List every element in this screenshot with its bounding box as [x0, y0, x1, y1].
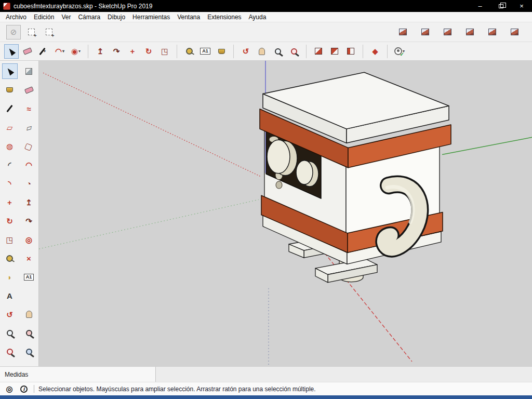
modeling-viewport[interactable] [39, 61, 532, 366]
select-tool[interactable] [2, 63, 18, 79]
send-to-layout-icon[interactable] [343, 44, 358, 59]
menu-extensiones[interactable]: Extensiones [204, 12, 245, 22]
menu-dibujo[interactable]: Dibujo [104, 12, 129, 22]
tape-measure-tool[interactable] [2, 250, 18, 266]
selection-subtract-icon[interactable] [42, 25, 56, 39]
axes-tool[interactable]: × [21, 250, 37, 266]
share-model-icon[interactable] [327, 44, 342, 59]
move-tool[interactable]: + [2, 194, 18, 210]
3d-text-tool[interactable]: A [2, 288, 18, 303]
geolocation-icon[interactable]: ◎ [4, 383, 15, 395]
eraser-tool[interactable] [21, 82, 37, 98]
zoom-extents-tool[interactable] [287, 44, 301, 59]
paint-bucket-tool[interactable] [2, 82, 18, 98]
back-view-icon [488, 29, 496, 35]
info-icon[interactable]: i [18, 383, 30, 395]
iso-view-icon[interactable] [395, 25, 410, 39]
selection-add-icon[interactable] [24, 25, 38, 39]
menu-herramientas[interactable]: Herramientas [129, 12, 174, 22]
previous-view-tool[interactable] [21, 344, 37, 360]
back-view-icon[interactable] [485, 25, 499, 39]
orbit-tool[interactable]: ↺ [238, 44, 253, 59]
paint-bucket-tool[interactable] [214, 44, 229, 59]
status-text: Seleccionar objetos. Mayúsculas para amp… [38, 385, 532, 393]
follow-me-tool[interactable]: ↷ [109, 44, 124, 59]
menu-ayuda[interactable]: Ayuda [245, 12, 270, 22]
line-tool[interactable]: ▾ [36, 44, 51, 59]
circle-tool[interactable]: ◍ [2, 138, 18, 154]
make-component-tool[interactable] [21, 63, 37, 79]
toolbar-separator [387, 45, 388, 58]
robot-model[interactable] [260, 72, 451, 282]
rotate-tool[interactable]: ↻ [141, 44, 156, 59]
zoom-window-tool[interactable] [21, 325, 37, 341]
measurements-box[interactable]: Medidas [0, 367, 156, 382]
two-point-arc-tool[interactable]: ◠ [21, 157, 37, 172]
close-button[interactable]: × [511, 0, 532, 12]
rectangle-tool[interactable]: ▱ [2, 119, 18, 135]
zoom-extents-tool[interactable] [2, 344, 18, 360]
workspace: ≈▱▱◍▢◜◠◝◔+↥↻↷◳◎×◗A1A↺ [0, 61, 532, 366]
extension-warehouse-icon[interactable]: ◆ [368, 44, 382, 59]
measurements-label: Medidas [5, 371, 28, 378]
small-eye-front[interactable] [296, 161, 313, 184]
offset-tool[interactable]: ◎ [21, 232, 37, 247]
status-icons: ◎i [4, 383, 30, 395]
rectangle-icon: ▱ [7, 124, 13, 131]
rotate-tool[interactable]: ↻ [2, 213, 18, 229]
menu-edicion[interactable]: Edición [30, 12, 58, 22]
menu-archivo[interactable]: Archivo [2, 12, 30, 22]
left-view-icon[interactable] [507, 25, 522, 39]
menu-camara[interactable]: Cámara [74, 12, 104, 22]
toolbar-separator [233, 45, 234, 58]
eraser-tool[interactable] [20, 44, 35, 59]
dropdown-arrow-icon[interactable]: ▾ [62, 49, 64, 54]
3d-warehouse-icon[interactable] [311, 44, 326, 59]
menu-ver[interactable]: Ver [58, 12, 74, 22]
account-icon[interactable]: ▾ [392, 44, 407, 59]
menu-ventana[interactable]: Ventana [174, 12, 204, 22]
pan-tool[interactable] [21, 307, 37, 322]
pie-tool[interactable]: ◔ [21, 176, 37, 191]
protractor-tool[interactable]: ◗ [2, 269, 18, 285]
follow-me-tool[interactable]: ↷ [21, 213, 37, 229]
eraser-icon [24, 86, 33, 94]
restore-button[interactable] [490, 0, 511, 12]
shapes-tool[interactable]: ◉▾ [69, 44, 83, 59]
polygon-tool[interactable]: ▢ [21, 138, 37, 154]
dropdown-arrow-icon[interactable]: ▾ [78, 49, 81, 54]
minimize-button[interactable]: – [470, 0, 490, 12]
freehand-tool[interactable]: ≈ [21, 101, 37, 116]
scale-tool[interactable]: ◳ [157, 44, 172, 59]
text-tool[interactable]: A1 [21, 269, 37, 285]
top-view-icon[interactable] [418, 25, 432, 39]
right-view-icon[interactable] [462, 25, 477, 39]
three-point-arc-tool[interactable]: ◝ [2, 176, 18, 191]
scale-tool[interactable]: ◳ [2, 232, 18, 247]
pan-icon [259, 48, 265, 55]
select-tool[interactable] [4, 44, 19, 59]
big-eye-front[interactable] [267, 140, 290, 174]
orbit-tool[interactable]: ↺ [2, 307, 18, 322]
measurements-input[interactable] [31, 371, 155, 378]
recess-part[interactable] [276, 181, 282, 189]
make-component-icon [25, 68, 32, 75]
push-pull-tool[interactable]: ↥ [21, 194, 37, 210]
push-pull-tool[interactable]: ↥ [93, 44, 108, 59]
text-tool[interactable]: A1 [198, 44, 212, 59]
arc-tool[interactable]: ◠▾ [52, 44, 67, 59]
rotated-rectangle-tool[interactable]: ▱ [21, 119, 37, 135]
line-tool[interactable] [2, 101, 18, 116]
arc-tool[interactable]: ◜ [2, 157, 18, 172]
zoom-tool[interactable] [2, 325, 18, 341]
orbit-icon: ↺ [243, 47, 249, 55]
unavailable-tool-icon[interactable]: ⊘ [6, 25, 21, 39]
move-tool[interactable]: + [125, 44, 140, 59]
pan-tool[interactable] [255, 44, 269, 59]
green-axis-positive [442, 137, 532, 154]
zoom-tool[interactable] [271, 44, 285, 59]
viewport-canvas[interactable] [39, 61, 532, 366]
geolocation-icon: ◎ [6, 385, 12, 393]
tape-measure-tool[interactable] [182, 44, 196, 59]
front-view-icon[interactable] [440, 25, 455, 39]
